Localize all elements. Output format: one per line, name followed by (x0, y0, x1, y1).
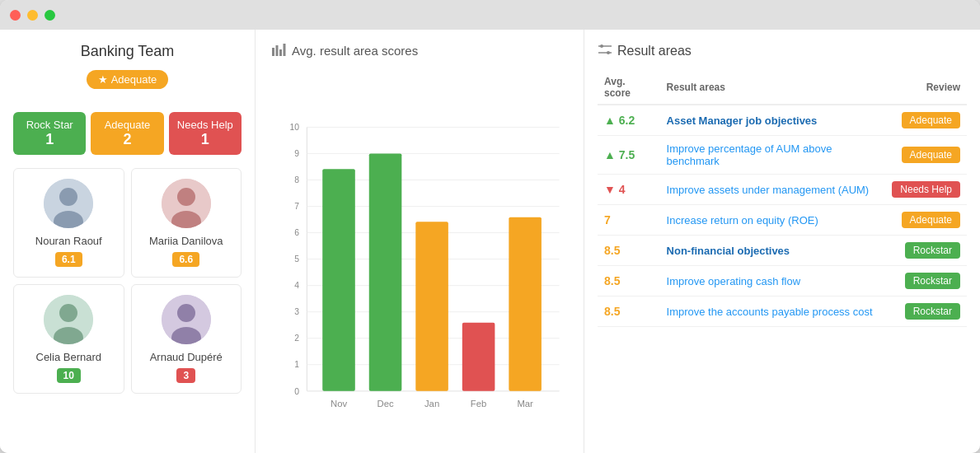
area-cell-4[interactable]: Non-financial objectives (660, 236, 886, 266)
result-row-6: 8.5Improve the accounts payable process … (598, 297, 967, 327)
chart-title: Avg. result area scores (272, 43, 567, 58)
score-value-1: ▲ 7.5 (604, 148, 635, 161)
stat-rockstar-label: Rock Star (18, 119, 81, 131)
col-review: Review (885, 71, 967, 105)
close-dot[interactable] (10, 10, 21, 21)
member-card-2: Celia Bernard 10 (13, 284, 124, 394)
banking-team-title: Banking Team (13, 43, 241, 60)
avatar-mariia (162, 179, 211, 228)
review-cell-6: Rockstar (885, 297, 967, 327)
svg-text:Mar: Mar (517, 399, 533, 409)
review-badge-0: Adequate (902, 112, 960, 128)
svg-point-10 (177, 304, 195, 322)
app-window: Banking Team ★ Adequate Rock Star 1 Adeq… (0, 0, 980, 453)
sliders-icon (598, 43, 612, 59)
main-content: Banking Team ★ Adequate Rock Star 1 Adeq… (0, 30, 980, 453)
area-link-2[interactable]: Improve assets under management (AUM) (667, 184, 870, 196)
review-badge-3: Adequate (902, 212, 960, 228)
review-badge-2: Needs Help (892, 181, 960, 198)
svg-text:0: 0 (294, 387, 299, 396)
score-cell-2: ▼ 4 (598, 175, 660, 205)
stats-row: Rock Star 1 Adequate 2 Needs Help 1 (13, 112, 241, 155)
col-resultareas: Result areas (660, 71, 886, 105)
bar-jan (415, 222, 448, 390)
stat-needshelp-label: Needs Help (174, 119, 237, 131)
area-cell-0[interactable]: Asset Manager job objectives (660, 105, 886, 136)
stat-rockstar: Rock Star 1 (13, 112, 86, 155)
member-name-0: Nouran Raouf (21, 235, 117, 247)
review-badge-1: Adequate (902, 147, 960, 163)
svg-rect-15 (284, 44, 286, 56)
svg-text:6: 6 (294, 228, 299, 237)
review-cell-0: Adequate (885, 105, 967, 136)
review-cell-5: Rockstar (885, 266, 967, 297)
member-score-3: 3 (176, 368, 195, 383)
area-link-4[interactable]: Non-financial objectives (667, 245, 790, 257)
area-link-6[interactable]: Improve the accounts payable process cos… (667, 306, 873, 318)
area-cell-5[interactable]: Improve operating cash flow (660, 266, 886, 297)
result-areas-title: Result areas (598, 43, 967, 59)
svg-rect-14 (279, 49, 282, 56)
score-value-4: 8.5 (604, 244, 620, 257)
area-link-1[interactable]: Improve percentage of AUM above benchmar… (667, 142, 832, 167)
chart-panel: Avg. result area scores 0 (256, 30, 584, 453)
bar-feb (462, 323, 495, 391)
result-row-2: ▼ 4Improve assets under management (AUM)… (598, 175, 967, 205)
stat-adequate-label: Adequate (96, 119, 158, 131)
review-badge-5: Rockstar (905, 273, 960, 289)
stat-adequate: Adequate 2 (91, 112, 163, 155)
svg-point-48 (607, 51, 610, 54)
team-grid: Nouran Raouf 6.1 Mariia Danilova 6.6 (13, 168, 241, 394)
left-panel: Banking Team ★ Adequate Rock Star 1 Adeq… (0, 30, 256, 453)
svg-text:10: 10 (289, 123, 299, 132)
score-cell-6: 8.5 (598, 297, 660, 327)
bar-chart-svg: 0 1 2 3 4 5 6 7 8 9 10 (272, 68, 567, 453)
score-value-6: 8.5 (604, 305, 620, 318)
score-cell-4: 8.5 (598, 236, 660, 266)
stat-needshelp: Needs Help 1 (169, 112, 241, 155)
svg-text:Nov: Nov (331, 399, 347, 409)
area-cell-1[interactable]: Improve percentage of AUM above benchmar… (660, 136, 886, 175)
member-card-3: Arnaud Dupéré 3 (131, 284, 242, 394)
review-cell-2: Needs Help (885, 175, 967, 205)
member-card-1: Mariia Danilova 6.6 (131, 168, 242, 278)
stat-needshelp-count: 1 (174, 131, 237, 148)
score-cell-3: 7 (598, 205, 660, 236)
svg-text:Dec: Dec (377, 399, 394, 409)
result-row-3: 7Increase return on equity (ROE)Adequate (598, 205, 967, 236)
member-name-2: Celia Bernard (21, 351, 117, 363)
svg-text:7: 7 (294, 202, 299, 211)
area-cell-6[interactable]: Improve the accounts payable process cos… (660, 297, 886, 327)
score-cell-5: 8.5 (598, 266, 660, 297)
score-value-0: ▲ 6.2 (604, 114, 635, 127)
avatar-nouran (44, 179, 93, 228)
svg-point-1 (59, 188, 77, 206)
bar-mar (509, 217, 542, 391)
area-link-5[interactable]: Improve operating cash flow (667, 275, 801, 287)
area-link-3[interactable]: Increase return on equity (ROE) (667, 214, 818, 226)
result-row-1: ▲ 7.5Improve percentage of AUM above ben… (598, 136, 967, 175)
score-cell-1: ▲ 7.5 (598, 136, 660, 175)
review-cell-3: Adequate (885, 205, 967, 236)
svg-text:1: 1 (294, 360, 299, 369)
avatar-celia (44, 295, 93, 344)
area-cell-3[interactable]: Increase return on equity (ROE) (660, 205, 886, 236)
svg-point-7 (59, 304, 77, 322)
svg-text:2: 2 (294, 334, 299, 343)
minimize-dot[interactable] (27, 10, 38, 21)
score-cell-0: ▲ 6.2 (598, 105, 660, 136)
right-panel: Result areas Avg. score Result areas Rev… (584, 30, 980, 453)
review-cell-1: Adequate (885, 136, 967, 175)
score-value-3: 7 (604, 213, 611, 226)
svg-text:3: 3 (294, 307, 299, 316)
maximize-dot[interactable] (45, 10, 55, 21)
svg-text:4: 4 (294, 281, 299, 290)
svg-rect-12 (272, 48, 274, 56)
area-link-0[interactable]: Asset Manager job objectives (667, 114, 818, 127)
member-score-0: 6.1 (55, 252, 82, 267)
area-cell-2[interactable]: Improve assets under management (AUM) (660, 175, 886, 205)
stat-rockstar-count: 1 (18, 131, 81, 148)
bar-dec (369, 153, 402, 390)
score-value-5: 8.5 (604, 274, 620, 287)
bar-nov (322, 169, 355, 390)
